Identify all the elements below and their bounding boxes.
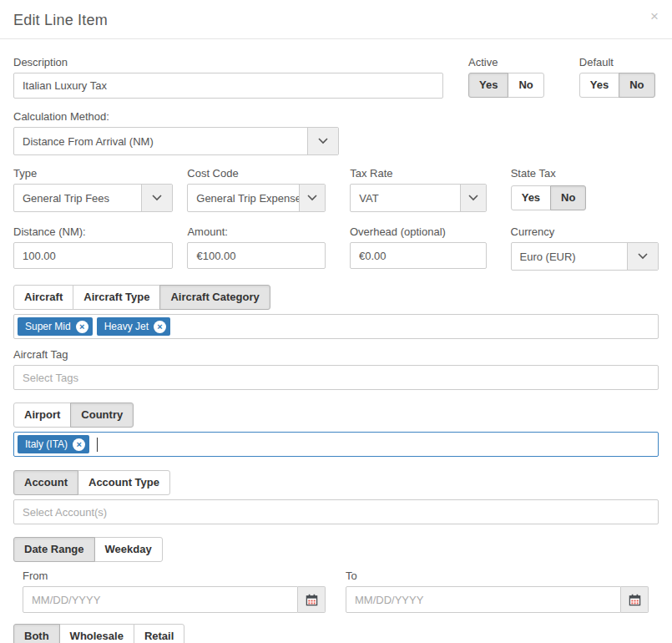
chevron-down-icon bbox=[299, 185, 325, 211]
page-title: Edit Line Item bbox=[13, 12, 108, 28]
state-tax-label: State Tax bbox=[511, 167, 659, 180]
modal-header: Edit Line Item × bbox=[0, 0, 672, 39]
tab-aircraft[interactable]: Aircraft bbox=[13, 285, 73, 310]
description-input[interactable] bbox=[13, 73, 443, 99]
tag-heavy-jet: Heavy Jet × bbox=[97, 317, 170, 336]
text-cursor bbox=[97, 438, 98, 452]
amount-label: Amount: bbox=[187, 225, 326, 238]
currency-select[interactable]: Euro (EUR) bbox=[511, 242, 659, 271]
country-tags-input[interactable]: Italy (ITA) × bbox=[13, 432, 659, 457]
distance-input[interactable] bbox=[13, 242, 173, 269]
active-toggle-no[interactable]: No bbox=[508, 73, 543, 98]
aircraft-tag-input[interactable] bbox=[13, 365, 659, 390]
location-tab-group: Airport Country bbox=[13, 403, 134, 428]
calculation-method-select[interactable]: Distance From Arrival (NM) bbox=[13, 127, 339, 155]
aircraft-tab-group: Aircraft Aircraft Type Aircraft Category bbox=[13, 285, 270, 310]
tax-rate-value: VAT bbox=[351, 185, 459, 211]
tag-italy: Italy (ITA) × bbox=[18, 435, 89, 453]
active-toggle: Yes No bbox=[468, 73, 544, 98]
date-from-label: From bbox=[23, 570, 326, 582]
tab-aircraft-category[interactable]: Aircraft Category bbox=[159, 285, 270, 310]
remove-tag-icon[interactable]: × bbox=[73, 438, 85, 451]
account-input[interactable] bbox=[13, 499, 659, 524]
date-to-group bbox=[346, 586, 649, 613]
state-tax-toggle-no[interactable]: No bbox=[550, 185, 586, 210]
type-select[interactable]: General Trip Fees bbox=[13, 184, 173, 212]
tab-weekday[interactable]: Weekday bbox=[94, 537, 163, 562]
active-toggle-yes[interactable]: Yes bbox=[468, 73, 508, 98]
type-value: General Trip Fees bbox=[14, 185, 141, 211]
tab-account[interactable]: Account bbox=[13, 470, 78, 495]
default-toggle-no[interactable]: No bbox=[619, 73, 654, 98]
overhead-input[interactable] bbox=[350, 242, 487, 269]
tag-label: Super Mid bbox=[25, 321, 71, 332]
account-tab-group: Account Account Type bbox=[13, 470, 170, 495]
distance-label: Distance (NM): bbox=[13, 225, 173, 238]
tab-aircraft-type[interactable]: Aircraft Type bbox=[73, 285, 160, 310]
remove-tag-icon[interactable]: × bbox=[154, 321, 166, 333]
default-toggle-yes[interactable]: Yes bbox=[579, 73, 619, 98]
overhead-label: Overhead (optional) bbox=[350, 225, 487, 238]
calendar-icon[interactable] bbox=[621, 586, 649, 613]
tab-country[interactable]: Country bbox=[70, 403, 134, 428]
date-tab-group: Date Range Weekday bbox=[13, 537, 163, 562]
description-label: Description bbox=[13, 56, 443, 68]
currency-label: Currency bbox=[511, 225, 659, 238]
tab-both[interactable]: Both bbox=[13, 624, 60, 643]
amount-input[interactable] bbox=[187, 242, 326, 269]
modal-body: Description Active Yes No Default Yes No… bbox=[0, 56, 672, 643]
state-tax-toggle-yes[interactable]: Yes bbox=[511, 185, 551, 210]
tab-date-range[interactable]: Date Range bbox=[13, 537, 95, 562]
date-to-input[interactable] bbox=[346, 586, 621, 613]
calendar-icon[interactable] bbox=[298, 586, 326, 613]
chevron-down-icon bbox=[307, 128, 338, 154]
chevron-down-icon bbox=[460, 185, 486, 211]
currency-value: Euro (EUR) bbox=[512, 243, 627, 270]
date-to-label: To bbox=[346, 570, 649, 582]
active-label: Active bbox=[468, 56, 544, 68]
chevron-down-icon bbox=[627, 243, 658, 270]
tag-super-mid: Super Mid × bbox=[18, 317, 93, 336]
cost-code-label: Cost Code bbox=[187, 167, 326, 180]
aircraft-tag-label: Aircraft Tag bbox=[13, 348, 659, 361]
close-icon[interactable]: × bbox=[645, 5, 664, 28]
date-from-input[interactable] bbox=[23, 586, 298, 613]
tab-airport[interactable]: Airport bbox=[13, 403, 71, 428]
aircraft-category-tags-input[interactable]: Super Mid × Heavy Jet × bbox=[13, 314, 659, 339]
tab-account-type[interactable]: Account Type bbox=[78, 470, 170, 495]
tax-rate-label: Tax Rate bbox=[350, 167, 486, 180]
tag-label: Heavy Jet bbox=[104, 321, 149, 332]
default-label: Default bbox=[579, 56, 655, 68]
state-tax-toggle: Yes No bbox=[511, 185, 587, 210]
tab-wholesale[interactable]: Wholesale bbox=[59, 624, 134, 643]
tag-label: Italy (ITA) bbox=[25, 438, 68, 450]
cost-code-value: General Trip Expenses bbox=[188, 185, 299, 211]
tax-rate-select[interactable]: VAT bbox=[350, 184, 486, 212]
calculation-method-value: Distance From Arrival (NM) bbox=[14, 128, 307, 154]
pricing-tab-group: Both Wholesale Retail bbox=[13, 624, 184, 643]
remove-tag-icon[interactable]: × bbox=[76, 321, 88, 333]
date-from-group bbox=[23, 586, 326, 613]
default-toggle: Yes No bbox=[579, 73, 655, 98]
chevron-down-icon bbox=[141, 185, 172, 211]
cost-code-select[interactable]: General Trip Expenses bbox=[187, 184, 326, 212]
calculation-method-label: Calculation Method: bbox=[13, 110, 659, 123]
type-label: Type bbox=[13, 167, 173, 180]
tab-retail[interactable]: Retail bbox=[134, 624, 184, 643]
